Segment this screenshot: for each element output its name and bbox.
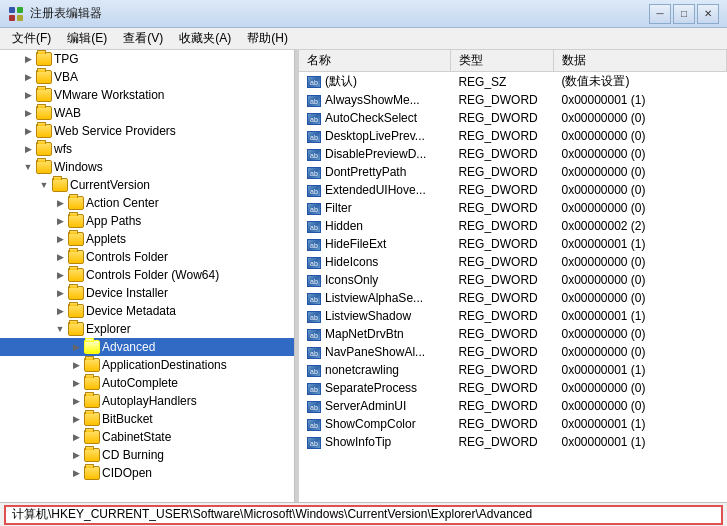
tree-item[interactable]: ▶VMware Workstation <box>0 86 294 104</box>
expand-button[interactable]: ▶ <box>52 285 68 301</box>
expand-button[interactable]: ▶ <box>20 51 36 67</box>
expand-button[interactable]: ▶ <box>52 303 68 319</box>
tree-item[interactable]: ▶Action Center <box>0 194 294 212</box>
reg-data-cell: 0x00000000 (0) <box>553 127 726 145</box>
reg-name-text: (默认) <box>325 74 357 88</box>
tree-item-label: Explorer <box>86 322 131 336</box>
menu-item[interactable]: 帮助(H) <box>239 28 296 49</box>
expand-button[interactable]: ▶ <box>20 87 36 103</box>
tree-item[interactable]: ▶AutoComplete <box>0 374 294 392</box>
tree-item-label: Controls Folder (Wow64) <box>86 268 219 282</box>
expand-button[interactable]: ▼ <box>36 177 52 193</box>
tree-item[interactable]: ▶CD Burning <box>0 446 294 464</box>
tree-item[interactable]: ▶VBA <box>0 68 294 86</box>
expand-button[interactable]: ▶ <box>68 447 84 463</box>
maximize-button[interactable]: □ <box>673 4 695 24</box>
tree-item[interactable]: ▶App Paths <box>0 212 294 230</box>
expand-button[interactable]: ▼ <box>20 159 36 175</box>
expand-button[interactable]: ▶ <box>20 105 36 121</box>
folder-icon <box>36 142 52 156</box>
expand-button[interactable]: ▶ <box>52 195 68 211</box>
table-row[interactable]: abHideIconsREG_DWORD0x00000000 (0) <box>299 253 727 271</box>
table-row[interactable]: abMapNetDrvBtnREG_DWORD0x00000000 (0) <box>299 325 727 343</box>
expand-button[interactable]: ▶ <box>68 339 84 355</box>
registry-values[interactable]: 名称 类型 数据 ab(默认)REG_SZ(数值未设置)abAlwaysShow… <box>299 50 727 502</box>
expand-button[interactable]: ▼ <box>52 321 68 337</box>
table-row[interactable]: abShowInfoTipREG_DWORD0x00000001 (1) <box>299 433 727 451</box>
tree-item[interactable]: ▶CabinetState <box>0 428 294 446</box>
tree-item[interactable]: ▶WAB <box>0 104 294 122</box>
reg-icon: ab <box>307 167 321 179</box>
tree-item[interactable]: ▶Device Metadata <box>0 302 294 320</box>
reg-name-text: DesktopLivePrev... <box>325 129 425 143</box>
table-row[interactable]: abAutoCheckSelectREG_DWORD0x00000000 (0) <box>299 109 727 127</box>
expand-button[interactable]: ▶ <box>20 123 36 139</box>
reg-name-text: ListviewAlphaSe... <box>325 291 423 305</box>
tree-item[interactable]: ▶Controls Folder <box>0 248 294 266</box>
tree-item[interactable]: ▼CurrentVersion <box>0 176 294 194</box>
expand-button[interactable]: ▶ <box>68 465 84 481</box>
expand-button[interactable]: ▶ <box>20 69 36 85</box>
table-row[interactable]: abAlwaysShowMe...REG_DWORD0x00000001 (1) <box>299 91 727 109</box>
table-row[interactable]: abFilterREG_DWORD0x00000000 (0) <box>299 199 727 217</box>
tree-item[interactable]: ▼Windows <box>0 158 294 176</box>
table-row[interactable]: abListviewAlphaSe...REG_DWORD0x00000000 … <box>299 289 727 307</box>
table-row[interactable]: abDisablePreviewD...REG_DWORD0x00000000 … <box>299 145 727 163</box>
tree-item[interactable]: ▶BitBucket <box>0 410 294 428</box>
reg-icon: ab <box>307 76 321 88</box>
tree-item[interactable]: ▶Applets <box>0 230 294 248</box>
table-row[interactable]: abHideFileExtREG_DWORD0x00000001 (1) <box>299 235 727 253</box>
table-row[interactable]: abIconsOnlyREG_DWORD0x00000000 (0) <box>299 271 727 289</box>
tree-item[interactable]: ▼Explorer <box>0 320 294 338</box>
reg-data-cell: 0x00000001 (1) <box>553 91 726 109</box>
table-row[interactable]: abListviewShadowREG_DWORD0x00000001 (1) <box>299 307 727 325</box>
expand-button[interactable]: ▶ <box>52 213 68 229</box>
table-row[interactable]: abServerAdminUIREG_DWORD0x00000000 (0) <box>299 397 727 415</box>
minimize-button[interactable]: ─ <box>649 4 671 24</box>
table-row[interactable]: abnonetcrawlingREG_DWORD0x00000001 (1) <box>299 361 727 379</box>
menu-item[interactable]: 收藏夹(A) <box>171 28 239 49</box>
expand-button[interactable]: ▶ <box>68 393 84 409</box>
tree-item[interactable]: ▶ApplicationDestinations <box>0 356 294 374</box>
expand-button[interactable]: ▶ <box>68 357 84 373</box>
reg-type-cell: REG_DWORD <box>450 253 553 271</box>
reg-data-cell: 0x00000000 (0) <box>553 397 726 415</box>
tree-item[interactable]: ▶CIDOpen <box>0 464 294 482</box>
expand-button[interactable]: ▶ <box>68 375 84 391</box>
menu-item[interactable]: 查看(V) <box>115 28 171 49</box>
menu-item[interactable]: 文件(F) <box>4 28 59 49</box>
tree-item[interactable]: ▶Controls Folder (Wow64) <box>0 266 294 284</box>
table-row[interactable]: abDesktopLivePrev...REG_DWORD0x00000000 … <box>299 127 727 145</box>
close-button[interactable]: ✕ <box>697 4 719 24</box>
expand-button[interactable]: ▶ <box>52 249 68 265</box>
reg-icon: ab <box>307 419 321 431</box>
table-row[interactable]: abNavPaneShowAl...REG_DWORD0x00000000 (0… <box>299 343 727 361</box>
reg-name-text: ShowCompColor <box>325 417 416 431</box>
reg-name-cell: abDesktopLivePrev... <box>299 127 450 145</box>
tree-item-label: BitBucket <box>102 412 153 426</box>
tree-item[interactable]: ▶AutoplayHandlers <box>0 392 294 410</box>
expand-button[interactable]: ▶ <box>52 267 68 283</box>
tree-item[interactable]: ▶Web Service Providers <box>0 122 294 140</box>
menu-item[interactable]: 编辑(E) <box>59 28 115 49</box>
app-icon <box>8 6 24 22</box>
expand-button[interactable]: ▶ <box>68 429 84 445</box>
reg-data-cell: 0x00000000 (0) <box>553 181 726 199</box>
table-row[interactable]: abHiddenREG_DWORD0x00000002 (2) <box>299 217 727 235</box>
registry-tree[interactable]: ▶TPG▶VBA▶VMware Workstation▶WAB▶Web Serv… <box>0 50 295 502</box>
reg-name-cell: abShowInfoTip <box>299 433 450 451</box>
table-row[interactable]: abSeparateProcessREG_DWORD0x00000000 (0) <box>299 379 727 397</box>
expand-button[interactable]: ▶ <box>20 141 36 157</box>
expand-button[interactable]: ▶ <box>52 231 68 247</box>
tree-item[interactable]: ▶wfs <box>0 140 294 158</box>
tree-item[interactable]: ▶Advanced <box>0 338 294 356</box>
tree-item[interactable]: ▶Device Installer <box>0 284 294 302</box>
table-row[interactable]: ab(默认)REG_SZ(数值未设置) <box>299 72 727 92</box>
folder-icon <box>84 448 100 462</box>
table-row[interactable]: abShowCompColorREG_DWORD0x00000001 (1) <box>299 415 727 433</box>
table-row[interactable]: abExtendedUIHove...REG_DWORD0x00000000 (… <box>299 181 727 199</box>
tree-item[interactable]: ▶TPG <box>0 50 294 68</box>
expand-button[interactable]: ▶ <box>68 411 84 427</box>
table-row[interactable]: abDontPrettyPathREG_DWORD0x00000000 (0) <box>299 163 727 181</box>
reg-name-text: ExtendedUIHove... <box>325 183 426 197</box>
